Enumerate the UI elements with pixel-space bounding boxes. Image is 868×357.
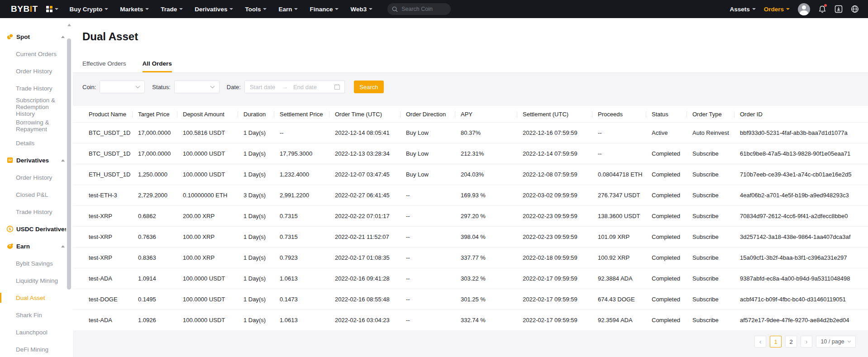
sidebar-section-earn[interactable]: Earn xyxy=(0,238,73,255)
sidebar-item-shark-fin[interactable]: Shark Fin xyxy=(0,306,73,324)
cell-settlement-utc: 2022-02-17 09:59:59 xyxy=(523,275,598,282)
cell-deposit-amount: 100.00 XRP xyxy=(183,254,243,261)
cell-duration: 1 Day(s) xyxy=(243,254,280,261)
tab-effective-orders[interactable]: Effective Orders xyxy=(82,60,126,72)
column-header-apy: APY xyxy=(461,111,523,118)
sidebar-item-borrowing-repayment[interactable]: Borrowing & Repayment xyxy=(0,117,73,134)
main-content: Dual Asset Effective Orders All Orders C… xyxy=(73,18,868,357)
chevron-down-icon xyxy=(369,8,372,10)
chevron-down-icon xyxy=(294,8,298,10)
cell-settlement-price: 1,232.4000 xyxy=(280,171,335,178)
cell-proceeds: 138.3600 USDT xyxy=(598,213,652,219)
cell-deposit-amount: 200.00 XRP xyxy=(183,213,243,219)
nav-item-earn[interactable]: Earn xyxy=(278,6,298,13)
sidebar-section-usdc-derivatives[interactable]: $USDC Derivatives xyxy=(0,220,73,238)
scroll-up-arrow-icon[interactable] xyxy=(67,24,71,26)
column-header-order-type: Order Type xyxy=(692,111,740,118)
sidebar-section-spot[interactable]: Spot xyxy=(0,28,73,45)
page-buttons: 12 xyxy=(770,336,797,347)
sidebar-item-closed-p-l[interactable]: Closed P&L xyxy=(0,186,73,203)
nav-link-orders[interactable]: Orders xyxy=(764,6,790,13)
column-header-proceeds: Proceeds xyxy=(598,111,652,118)
page-size-select[interactable]: 10 / page xyxy=(816,336,856,347)
sidebar-section-label: USDC Derivatives xyxy=(16,226,68,233)
table-row: test-ADA1.0914100.0000 USDT1 Day(s)1.061… xyxy=(73,268,868,289)
cell-order-type: Subscribe xyxy=(692,275,740,282)
chevron-down-icon xyxy=(263,8,267,10)
svg-text:$: $ xyxy=(9,227,11,231)
sidebar-item-defi-mining[interactable]: DeFi Mining xyxy=(0,341,73,357)
prev-page-button[interactable]: ‹ xyxy=(754,336,766,347)
sidebar-item-current-orders[interactable]: Current Orders xyxy=(0,45,73,62)
filter-bar: Coin: Status: Date: → Search xyxy=(82,81,868,93)
start-date-input[interactable] xyxy=(249,83,281,91)
cell-target-price: 2,729.2000 xyxy=(138,192,183,199)
cell-order-time-utc: 2022-12-14 08:05:41 xyxy=(335,129,406,136)
cell-order-direction: -- xyxy=(406,296,461,303)
sidebar-item-liquidity-mining[interactable]: Liquidity Mining xyxy=(0,272,73,289)
sidebar-scrollbar[interactable] xyxy=(66,18,72,357)
sidebar-item-order-history[interactable]: Order History xyxy=(0,169,73,186)
sidebar-item-details[interactable]: Details xyxy=(0,134,73,152)
coin-select[interactable] xyxy=(100,81,145,93)
cell-proceeds: 92.3884 ADA xyxy=(598,275,652,282)
nav-item-web3[interactable]: Web3 xyxy=(350,6,372,13)
page-button-1[interactable]: 1 xyxy=(770,336,782,347)
nav-item-markets[interactable]: Markets xyxy=(120,6,149,13)
cell-apy: 204.03% xyxy=(461,171,523,178)
spot-icon xyxy=(6,33,14,40)
chevron-down-icon xyxy=(847,340,851,343)
cell-order-direction: -- xyxy=(406,213,461,219)
date-range-picker[interactable]: → xyxy=(244,81,345,93)
cell-status: Completed xyxy=(652,192,692,199)
status-filter-label: Status: xyxy=(152,84,170,90)
search-button[interactable]: Search xyxy=(354,81,384,93)
avatar[interactable] xyxy=(798,3,810,15)
download-app-button[interactable] xyxy=(835,5,843,13)
cell-deposit-amount: 100.0000 USDT xyxy=(183,275,243,282)
cell-target-price: 1.0914 xyxy=(138,275,183,282)
cell-product-name: test-ADA xyxy=(89,317,138,324)
nav-item-tools[interactable]: Tools xyxy=(245,6,267,13)
cell-apy: 169.93 % xyxy=(461,192,523,199)
collapse-arrow-icon xyxy=(61,245,65,248)
search-input[interactable] xyxy=(401,5,446,13)
status-select[interactable] xyxy=(174,81,219,93)
cell-order-id: 70834d97-2612-4cc6-9f41-a2dfecc8bbe0 xyxy=(740,213,868,219)
sidebar-item-bybit-savings[interactable]: Bybit Savings xyxy=(0,255,73,272)
language-button[interactable] xyxy=(851,5,859,13)
sidebar-section-label: Derivatives xyxy=(16,157,49,164)
sidebar-item-order-history[interactable]: Order History xyxy=(0,62,73,80)
sidebar-item-launchpool[interactable]: Launchpool xyxy=(0,324,73,341)
cell-product-name: test-XRP xyxy=(89,254,138,261)
pagination: ‹ 12 › 10 / page xyxy=(73,336,856,347)
cell-order-direction: -- xyxy=(406,192,461,199)
cell-proceeds: 92.3594 ADA xyxy=(598,317,652,324)
search-pill[interactable] xyxy=(387,3,451,15)
logo-text: BYB xyxy=(11,4,30,14)
cell-proceeds: -- xyxy=(598,150,652,157)
scrollbar-thumb[interactable] xyxy=(67,38,71,290)
nav-link-assets[interactable]: Assets xyxy=(730,6,755,13)
nav-item-finance[interactable]: Finance xyxy=(310,6,339,13)
cell-target-price: 17,000.0000 xyxy=(138,129,183,136)
end-date-input[interactable] xyxy=(292,83,325,91)
sidebar-item-trade-history[interactable]: Trade History xyxy=(0,203,73,220)
page-button-2[interactable]: 2 xyxy=(785,336,797,347)
sidebar-item-subscription-redemption-history[interactable]: Subscription & Redemption History xyxy=(0,97,73,117)
nav-item-trade[interactable]: Trade xyxy=(161,6,183,13)
sidebar-item-trade-history[interactable]: Trade History xyxy=(0,80,73,97)
next-page-button[interactable]: › xyxy=(801,336,812,347)
cell-deposit-amount: 100.0000 USDT xyxy=(183,150,243,157)
sidebar-item-dual-asset[interactable]: Dual Asset xyxy=(0,289,73,306)
apps-menu-button[interactable] xyxy=(46,6,58,12)
notifications-button[interactable] xyxy=(818,5,826,14)
page-title: Dual Asset xyxy=(82,30,868,43)
bybit-logo[interactable]: BYBIT xyxy=(11,4,38,14)
nav-item-buy-crypto[interactable]: Buy Crypto xyxy=(70,6,109,13)
tabs: Effective Orders All Orders xyxy=(82,60,868,72)
sidebar-section-derivatives[interactable]: Derivatives xyxy=(0,152,73,169)
cell-target-price: 17,000.0000 xyxy=(138,150,183,157)
nav-item-derivatives[interactable]: Derivatives xyxy=(195,6,233,13)
tab-all-orders[interactable]: All Orders xyxy=(143,60,172,72)
